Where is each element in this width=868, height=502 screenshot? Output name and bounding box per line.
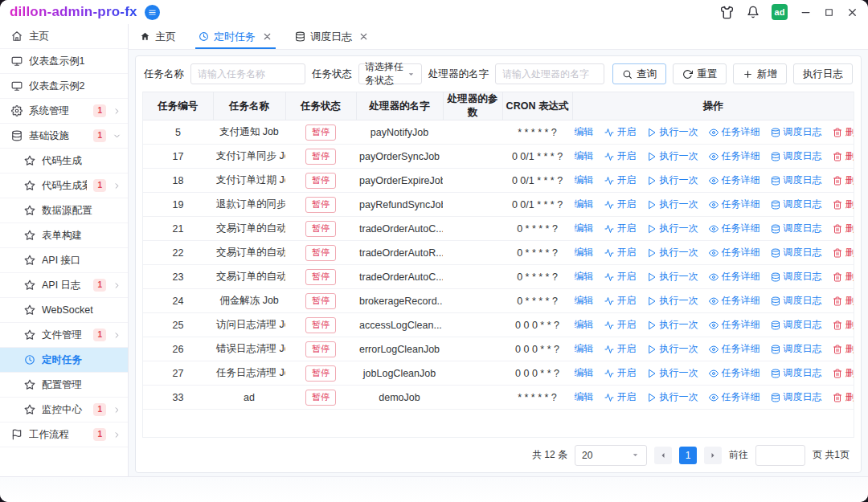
action-enable[interactable]: 开启 — [604, 173, 637, 187]
action-log[interactable]: 调度日志 — [771, 270, 822, 284]
action-delete[interactable]: 删除 — [833, 294, 854, 308]
prev-page-button[interactable] — [654, 447, 672, 464]
tab-close-icon[interactable] — [262, 31, 272, 42]
action-log[interactable]: 调度日志 — [771, 246, 822, 259]
action-log[interactable]: 调度日志 — [771, 125, 822, 139]
action-enable[interactable]: 开启 — [604, 366, 637, 380]
sidebar-item-cron[interactable]: 定时任务 — [0, 348, 128, 373]
tab-cron[interactable]: 定时任务 — [199, 24, 272, 49]
action-detail[interactable]: 任务详细 — [709, 342, 760, 356]
action-delete[interactable]: 删除 — [833, 270, 854, 284]
action-detail[interactable]: 任务详细 — [709, 318, 760, 332]
action-edit[interactable]: 编辑 — [572, 342, 594, 356]
goto-page-input[interactable] — [755, 445, 805, 466]
sidebar-item-monitor[interactable]: 监控中心1 — [0, 398, 128, 422]
action-enable[interactable]: 开启 — [604, 390, 637, 404]
action-delete[interactable]: 删除 — [833, 125, 854, 139]
action-run-once[interactable]: 执行一次 — [647, 149, 698, 163]
theme-button[interactable] — [720, 6, 734, 19]
action-delete[interactable]: 删除 — [833, 198, 854, 211]
page-size-select[interactable]: 20 — [575, 445, 647, 466]
add-button[interactable]: 新增 — [733, 63, 787, 84]
action-log[interactable]: 调度日志 — [771, 366, 822, 380]
tab-close-icon[interactable] — [358, 31, 369, 42]
action-log[interactable]: 调度日志 — [771, 342, 822, 356]
action-delete[interactable]: 删除 — [833, 149, 854, 163]
minimize-button[interactable] — [800, 6, 812, 18]
sidebar-item-workflow[interactable]: 工作流程1 — [0, 422, 128, 447]
action-enable[interactable]: 开启 — [604, 222, 637, 235]
action-log[interactable]: 调度日志 — [771, 294, 822, 308]
sidebar-item-dashboard-1[interactable]: 仪表盘示例1 — [0, 49, 128, 74]
sidebar-item-form-builder[interactable]: 表单构建 — [0, 223, 128, 248]
action-detail[interactable]: 任务详细 — [709, 366, 760, 380]
task-name-input[interactable] — [190, 63, 305, 84]
action-log[interactable]: 调度日志 — [771, 318, 822, 332]
handler-name-input[interactable] — [495, 63, 604, 84]
action-edit[interactable]: 编辑 — [572, 222, 594, 235]
action-edit[interactable]: 编辑 — [572, 198, 594, 211]
action-enable[interactable]: 开启 — [604, 198, 637, 211]
reset-button[interactable]: 重置 — [673, 63, 727, 84]
action-edit[interactable]: 编辑 — [572, 173, 594, 187]
action-run-once[interactable]: 执行一次 — [647, 342, 698, 356]
action-run-once[interactable]: 执行一次 — [647, 198, 698, 211]
action-enable[interactable]: 开启 — [604, 246, 637, 259]
action-enable[interactable]: 开启 — [604, 342, 637, 356]
action-detail[interactable]: 任务详细 — [709, 294, 760, 308]
action-detail[interactable]: 任务详细 — [709, 198, 760, 211]
sidebar-item-config[interactable]: 配置管理 — [0, 373, 128, 398]
action-run-once[interactable]: 执行一次 — [647, 173, 698, 187]
action-run-once[interactable]: 执行一次 — [647, 246, 698, 259]
action-log[interactable]: 调度日志 — [771, 198, 822, 211]
action-log[interactable]: 调度日志 — [771, 173, 822, 187]
action-enable[interactable]: 开启 — [604, 270, 637, 284]
action-edit[interactable]: 编辑 — [572, 246, 594, 259]
avatar[interactable]: ad — [772, 4, 788, 20]
action-delete[interactable]: 删除 — [833, 246, 854, 259]
action-run-once[interactable]: 执行一次 — [647, 222, 698, 235]
exec-log-button[interactable]: 执行日志 — [793, 63, 853, 84]
sidebar-item-websocket[interactable]: WebSocket — [0, 298, 128, 323]
tab-home[interactable]: 主页 — [140, 24, 176, 49]
action-log[interactable]: 调度日志 — [771, 149, 822, 163]
next-page-button[interactable] — [704, 447, 722, 464]
action-edit[interactable]: 编辑 — [572, 125, 594, 139]
action-delete[interactable]: 删除 — [833, 222, 854, 235]
action-detail[interactable]: 任务详细 — [709, 222, 760, 235]
sidebar-item-home[interactable]: 主页 — [0, 24, 128, 49]
current-page-button[interactable]: 1 — [679, 447, 697, 464]
action-enable[interactable]: 开启 — [604, 149, 637, 163]
action-edit[interactable]: 编辑 — [572, 318, 594, 332]
action-delete[interactable]: 删除 — [833, 173, 854, 187]
action-detail[interactable]: 任务详细 — [709, 149, 760, 163]
action-delete[interactable]: 删除 — [833, 342, 854, 356]
action-edit[interactable]: 编辑 — [572, 390, 594, 404]
action-log[interactable]: 调度日志 — [771, 222, 822, 235]
sidebar-item-dashboard-2[interactable]: 仪表盘示例2 — [0, 74, 128, 99]
action-edit[interactable]: 编辑 — [572, 366, 594, 380]
action-detail[interactable]: 任务详细 — [709, 173, 760, 187]
sidebar-item-file[interactable]: 文件管理1 — [0, 323, 128, 348]
sidebar-item-infrastructure[interactable]: 基础设施1 — [0, 124, 128, 149]
sidebar-item-system[interactable]: 系统管理1 — [0, 99, 128, 124]
search-button[interactable]: 查询 — [612, 63, 666, 84]
task-status-select[interactable]: 请选择任务状态 — [358, 63, 422, 84]
notifications-button[interactable] — [746, 6, 760, 19]
sidebar-item-datasource[interactable]: 数据源配置 — [0, 198, 128, 223]
action-detail[interactable]: 任务详细 — [709, 246, 760, 259]
maximize-button[interactable] — [824, 7, 834, 18]
action-detail[interactable]: 任务详细 — [709, 125, 760, 139]
action-run-once[interactable]: 执行一次 — [647, 294, 698, 308]
sidebar-item-code-gen[interactable]: 代码生成 — [0, 149, 128, 173]
action-run-once[interactable]: 执行一次 — [647, 318, 698, 332]
action-detail[interactable]: 任务详细 — [709, 390, 760, 404]
action-delete[interactable]: 删除 — [833, 366, 854, 380]
menu-toggle-button[interactable] — [145, 5, 160, 20]
action-run-once[interactable]: 执行一次 — [647, 390, 698, 404]
action-delete[interactable]: 删除 — [833, 318, 854, 332]
action-run-once[interactable]: 执行一次 — [647, 366, 698, 380]
action-enable[interactable]: 开启 — [604, 125, 637, 139]
sidebar-item-code-gen-case[interactable]: 代码生成案例1 — [0, 173, 128, 198]
sidebar-item-api-log[interactable]: API 日志1 — [0, 273, 128, 298]
